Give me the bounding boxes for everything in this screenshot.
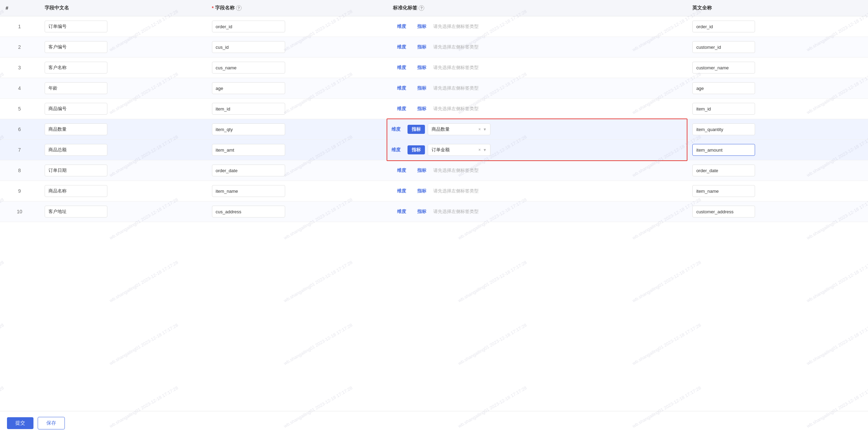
chinese-name-input[interactable]	[45, 62, 107, 74]
field-name-cell	[206, 78, 388, 99]
footer: 提交 保存	[0, 411, 868, 435]
tag-placeholder: 请先选择左侧标签类型	[433, 85, 479, 91]
standard-tag-help-icon[interactable]: ?	[419, 5, 424, 11]
field-name-cell	[206, 16, 388, 37]
english-name-input[interactable]	[692, 185, 755, 197]
table-row: 1维度指标请先选择左侧标签类型	[0, 16, 868, 37]
chinese-name-input[interactable]	[45, 206, 107, 218]
metric-button[interactable]: 指标	[413, 207, 431, 216]
field-name-input[interactable]	[212, 21, 285, 32]
english-name-input[interactable]	[692, 123, 755, 135]
metric-button[interactable]: 指标	[413, 63, 431, 72]
field-name-input[interactable]	[212, 185, 285, 197]
metric-button[interactable]: 指标	[408, 125, 425, 134]
field-name-help-icon[interactable]: ?	[236, 5, 242, 11]
field-name-input[interactable]	[212, 41, 285, 53]
english-name-input[interactable]	[692, 62, 755, 74]
row-index: 6	[0, 119, 39, 140]
dimension-button[interactable]: 维度	[393, 22, 410, 31]
table-body: 1维度指标请先选择左侧标签类型2维度指标请先选择左侧标签类型3维度指标请先选择左…	[0, 16, 868, 222]
col-header-field-name: * 字段名称 ?	[206, 0, 388, 16]
table-wrapper: # 字段中文名 * 字段名称 ?	[0, 0, 868, 411]
chinese-name-cell	[39, 58, 206, 78]
standard-tag-cell: 维度指标请先选择左侧标签类型	[387, 37, 687, 58]
english-name-input[interactable]	[692, 21, 755, 32]
dimension-button[interactable]: 维度	[387, 125, 405, 134]
tag-selected-value: 订单金额	[432, 147, 477, 153]
field-name-input[interactable]	[212, 165, 285, 176]
submit-button[interactable]: 提交	[7, 417, 33, 429]
metric-button[interactable]: 指标	[413, 43, 431, 52]
standard-tag-cell: 维度指标请先选择左侧标签类型	[387, 16, 687, 37]
dimension-button[interactable]: 维度	[393, 84, 410, 93]
dimension-button[interactable]: 维度	[393, 104, 410, 113]
dimension-button[interactable]: 维度	[393, 63, 410, 72]
chinese-name-input[interactable]	[45, 165, 107, 176]
metric-button[interactable]: 指标	[413, 166, 431, 175]
tag-clear-button[interactable]: ×	[478, 127, 481, 132]
chinese-name-input[interactable]	[45, 123, 107, 135]
field-name-cell	[206, 37, 388, 58]
field-name-input[interactable]	[212, 82, 285, 94]
field-name-cell	[206, 201, 388, 222]
chinese-name-input[interactable]	[45, 144, 107, 156]
chinese-name-input[interactable]	[45, 185, 107, 197]
english-name-input[interactable]	[692, 41, 755, 53]
table-row: 9维度指标请先选择左侧标签类型	[0, 181, 868, 201]
standard-tag-cell: 维度指标商品数量×▼	[387, 119, 687, 140]
dimension-button[interactable]: 维度	[393, 207, 410, 216]
tag-dropdown-arrow: ▼	[483, 127, 487, 131]
tag-cell-container: 维度指标订单金额×▼	[387, 144, 687, 156]
table-row: 4维度指标请先选择左侧标签类型	[0, 78, 868, 99]
chinese-name-cell	[39, 78, 206, 99]
table-row: 2维度指标请先选择左侧标签类型	[0, 37, 868, 58]
tag-clear-button[interactable]: ×	[478, 147, 481, 152]
tag-dropdown[interactable]: 商品数量×▼	[428, 123, 490, 135]
metric-button[interactable]: 指标	[413, 186, 431, 196]
chinese-name-cell	[39, 160, 206, 181]
english-name-input[interactable]	[692, 144, 755, 156]
english-name-input[interactable]	[692, 82, 755, 94]
metric-button[interactable]: 指标	[413, 104, 431, 113]
row-index: 2	[0, 37, 39, 58]
field-name-input[interactable]	[212, 62, 285, 74]
dimension-button[interactable]: 维度	[387, 145, 405, 154]
tag-dropdown-arrow: ▼	[483, 148, 487, 152]
tag-placeholder: 请先选择左侧标签类型	[433, 208, 479, 215]
field-name-cell	[206, 99, 388, 119]
standard-tag-cell: 维度指标请先选择左侧标签类型	[387, 99, 687, 119]
table-header-row: # 字段中文名 * 字段名称 ?	[0, 0, 868, 16]
tag-placeholder: 请先选择左侧标签类型	[433, 167, 479, 174]
chinese-name-input[interactable]	[45, 103, 107, 115]
row-index: 4	[0, 78, 39, 99]
metric-button[interactable]: 指标	[413, 22, 431, 31]
field-name-input[interactable]	[212, 123, 285, 135]
english-name-input[interactable]	[692, 103, 755, 115]
dimension-button[interactable]: 维度	[393, 43, 410, 52]
tag-cell-container: 维度指标商品数量×▼	[387, 123, 687, 135]
metric-button[interactable]: 指标	[413, 84, 431, 93]
field-name-input[interactable]	[212, 103, 285, 115]
row-index: 9	[0, 181, 39, 201]
chinese-name-input[interactable]	[45, 21, 107, 32]
metric-button[interactable]: 指标	[408, 145, 425, 154]
english-name-input[interactable]	[692, 206, 755, 218]
english-name-input[interactable]	[692, 165, 755, 176]
tag-dropdown[interactable]: 订单金额×▼	[428, 144, 490, 156]
dimension-button[interactable]: 维度	[393, 186, 410, 196]
chinese-name-cell	[39, 16, 206, 37]
dimension-button[interactable]: 维度	[393, 166, 410, 175]
tag-cell-container: 维度指标请先选择左侧标签类型	[393, 166, 681, 175]
english-name-cell	[687, 16, 868, 37]
standard-tag-cell: 维度指标订单金额×▼	[387, 140, 687, 160]
field-name-cell	[206, 140, 388, 160]
english-name-cell	[687, 119, 868, 140]
tag-placeholder: 请先选择左侧标签类型	[433, 188, 479, 194]
chinese-name-input[interactable]	[45, 41, 107, 53]
table-row: 3维度指标请先选择左侧标签类型	[0, 58, 868, 78]
field-name-input[interactable]	[212, 206, 285, 218]
save-button[interactable]: 保存	[38, 417, 65, 429]
row-index: 3	[0, 58, 39, 78]
chinese-name-input[interactable]	[45, 82, 107, 94]
field-name-input[interactable]	[212, 144, 285, 156]
